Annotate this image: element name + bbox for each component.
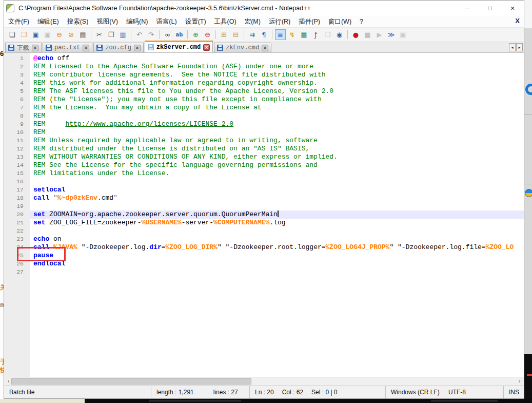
menu-item-edit[interactable]: 编辑(E) — [33, 16, 63, 27]
macro-run-multiple-icon[interactable]: ≫ — [386, 29, 397, 40]
cut-icon[interactable]: ✂ — [94, 29, 105, 40]
status-eol-format[interactable]: Windows (CR LF) — [385, 386, 443, 398]
tab-zkserver-cmd[interactable]: zkServer.cmd× — [145, 41, 213, 52]
monitoring-eye-icon[interactable]: ◉ — [334, 29, 345, 40]
toolbar-separator — [272, 30, 272, 39]
menubar-close-doc-button[interactable]: X — [515, 17, 520, 25]
menu-item-tools[interactable]: 工具(O) — [210, 16, 241, 27]
close-button[interactable]: × — [501, 1, 524, 16]
code-line-23[interactable]: echo on — [30, 235, 524, 243]
code-line-4[interactable]: REM this work for additional information… — [30, 79, 524, 87]
tab-close-icon[interactable]: × — [262, 45, 268, 51]
tab-close-icon[interactable]: × — [32, 45, 38, 51]
line-number: 12 — [4, 145, 30, 153]
sync-horizontal-icon[interactable]: ⊟ — [230, 29, 241, 40]
code-line-10[interactable]: REM — [30, 128, 524, 137]
tab-scroll-left-icon[interactable]: ◂ — [509, 43, 516, 51]
code-line-8[interactable]: REM — [30, 112, 524, 120]
code-line-9[interactable]: REM http://www.apache.org/licenses/LICEN… — [30, 120, 524, 128]
code-line-16[interactable] — [30, 178, 524, 186]
word-wrap-icon[interactable]: ⇉ — [247, 29, 258, 40]
editor-area[interactable]: 1@echo off2REM Licensed to the Apache So… — [4, 53, 524, 377]
code-line-1[interactable]: @echo off — [30, 54, 524, 63]
close-all-icon[interactable]: ⊘ — [66, 29, 76, 40]
maximize-button[interactable]: □ — [479, 1, 501, 16]
menu-item-language[interactable]: 语言(L) — [152, 16, 181, 27]
tab-zkenv-cmd[interactable]: zkEnv.cmd× — [214, 43, 271, 52]
copy-icon[interactable]: ❐ — [106, 29, 116, 40]
code-line-13[interactable]: REM WITHOUT WARRANTIES OR CONDITIONS OF … — [30, 153, 524, 161]
code-line-22[interactable] — [30, 227, 524, 235]
paste-icon[interactable]: ▥ — [117, 29, 128, 40]
code-line-21[interactable]: set ZOO_LOG_FILE=zookeeper-%USERNAME%-se… — [30, 219, 524, 227]
tab-scroll-right-icon[interactable]: ▸ — [516, 43, 523, 51]
line-number: 10 — [4, 128, 30, 137]
code-line-3[interactable]: REM contributor license agreements. See … — [30, 71, 524, 79]
show-all-characters-icon[interactable]: ¶ — [259, 29, 269, 40]
menu-item-file[interactable]: 文件(F) — [4, 16, 33, 27]
find-icon[interactable]: ∞ — [162, 29, 173, 40]
code-line-19[interactable] — [30, 202, 524, 210]
document-map-icon[interactable]: ▦ — [299, 29, 309, 40]
open-folder-icon[interactable]: ❒ — [18, 29, 29, 40]
code-line-20[interactable]: set ZOOMAIN=org.apache.zookeeper.server.… — [30, 210, 524, 219]
code-line-6[interactable]: REM (the "License"); you may not use thi… — [30, 95, 524, 104]
code-line-11[interactable]: REM Unless required by applicable law or… — [30, 137, 524, 145]
code-line-14[interactable]: REM See the License for the specific lan… — [30, 161, 524, 169]
tab-close-icon[interactable]: × — [203, 44, 210, 51]
background-text-fragment: 关 — [0, 283, 4, 292]
menu-item-plugins[interactable]: 插件(P) — [294, 16, 324, 27]
zoom-in-icon[interactable]: ⊕ — [190, 29, 201, 40]
indent-guide-icon[interactable]: ≣ — [275, 29, 286, 40]
menu-item-search[interactable]: 搜索(S) — [63, 16, 93, 27]
macro-record-icon[interactable]: ● — [350, 29, 361, 40]
code-line-12[interactable]: REM distributed under the License is dis… — [30, 145, 524, 153]
menu-item-run[interactable]: 运行(R) — [265, 16, 294, 27]
code-line-27[interactable] — [30, 268, 524, 276]
title-bar[interactable]: C:\Program Files\Apache Software Foundat… — [4, 1, 524, 16]
zoom-out-icon[interactable]: ⊖ — [202, 29, 213, 40]
tab-close-icon[interactable]: × — [134, 45, 141, 51]
close-file-icon[interactable]: ⊖ — [54, 29, 65, 40]
tab-zoo-cfg[interactable]: zoo.cfg× — [93, 43, 143, 52]
new-file-icon[interactable]: ❏ — [7, 29, 17, 40]
toolbar-separator — [347, 30, 348, 39]
menu-item-window[interactable]: 窗口(W) — [324, 16, 356, 27]
macro-stop-icon: ■ — [362, 29, 373, 40]
code-line-2[interactable]: REM Licensed to the Apache Software Foun… — [30, 63, 524, 71]
minimize-button[interactable]: – — [456, 1, 479, 16]
menu-item-help[interactable]: ? — [356, 16, 367, 27]
code-line-18[interactable]: call "%~dp0zkEnv.cmd" — [30, 194, 524, 202]
toolbar-separator — [91, 30, 91, 39]
scroll-right-arrow-icon[interactable]: › — [515, 377, 524, 386]
tab-pac-txt[interactable]: pac.txt× — [43, 43, 92, 52]
code-line-15[interactable]: REM limitations under the License. — [30, 169, 524, 178]
code-line-24[interactable]: call %JAVA% "-Dzookeeper.log.dir=%ZOO_LO… — [30, 243, 524, 252]
code-line-25[interactable]: pause — [30, 252, 524, 260]
menu-item-macro[interactable]: 宏(M) — [241, 16, 265, 27]
editor-row: 19 — [4, 202, 524, 210]
horizontal-scrollbar[interactable]: ‹ › — [4, 377, 524, 386]
redo-icon[interactable]: ↷ — [146, 29, 156, 40]
print-icon[interactable]: ▤ — [77, 29, 88, 40]
sync-vertical-icon[interactable]: ⊞ — [219, 29, 229, 40]
user-defined-dialog-icon[interactable]: ↯ — [287, 29, 298, 40]
code-line-7[interactable]: REM the License. You may obtain a copy o… — [30, 104, 524, 112]
menu-item-view[interactable]: 视图(V) — [92, 16, 122, 27]
replace-icon[interactable]: ab — [174, 29, 185, 40]
undo-icon[interactable]: ↶ — [134, 29, 145, 40]
function-list-icon[interactable]: ƒ — [310, 29, 321, 40]
save-icon[interactable]: ▣ — [30, 29, 41, 40]
horizontal-scrollbar-thumb[interactable] — [11, 378, 251, 385]
code-line-5[interactable]: REM The ASF licenses this file to You un… — [30, 87, 524, 95]
code-line-17[interactable]: setlocal — [30, 186, 524, 194]
menu-item-settings[interactable]: 设置(T) — [181, 16, 210, 27]
tab-download[interactable]: 下载× — [5, 43, 42, 52]
tab-scrollers: ◂ ▸ — [508, 43, 523, 51]
menu-item-encoding[interactable]: 编码(N) — [122, 16, 152, 27]
status-encoding[interactable]: UTF-8 — [443, 386, 503, 398]
tab-close-icon[interactable]: × — [83, 45, 89, 51]
status-insert-mode[interactable]: INS — [503, 386, 524, 398]
code-line-26[interactable]: endlocal — [30, 260, 524, 268]
line-number: 13 — [4, 153, 30, 161]
